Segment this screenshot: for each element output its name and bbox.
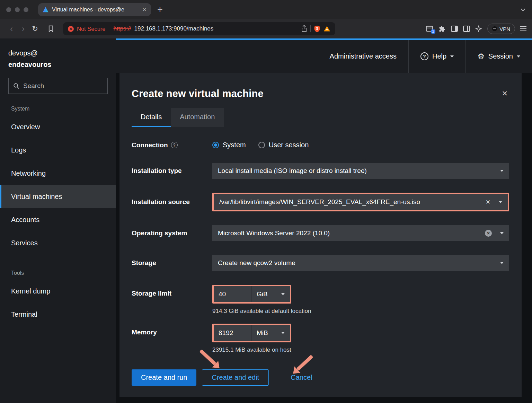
split-view-icon	[451, 26, 458, 32]
sidebar-item-virtual-machines[interactable]: Virtual machines	[0, 185, 116, 208]
sidebar-item-accounts[interactable]: Accounts	[0, 208, 116, 231]
main-content: Administrative access ? Help ⚙ Session C…	[116, 38, 532, 403]
back-button[interactable]: ‹	[6, 23, 17, 35]
installation-source-input[interactable]	[219, 198, 482, 206]
brave-rewards-button[interactable]	[323, 26, 330, 32]
storage-limit-row: Storage limit GiB	[132, 285, 515, 315]
sidebar-item-services[interactable]: Services	[0, 231, 116, 255]
tab-title: Virtual machines - devops@e	[52, 7, 139, 13]
dialog-header: Create new virtual machine ✕	[132, 88, 515, 99]
extensions-button[interactable]	[438, 25, 446, 33]
sidebar-item-terminal[interactable]: Terminal	[0, 303, 116, 326]
annotation-highlight-box: MiB	[212, 324, 291, 342]
storage-value: Create new qcow2 volume	[218, 259, 495, 267]
help-menu[interactable]: ? Help	[408, 40, 466, 73]
radio-user-session[interactable]: User session	[258, 141, 309, 149]
memory-row: Memory MiB	[132, 324, 515, 353]
split-view-button[interactable]	[451, 26, 458, 32]
admin-access-button[interactable]: Administrative access	[318, 40, 408, 73]
reload-button[interactable]: ↻	[29, 23, 41, 35]
browser-toolbar: ‹ › ↻ ✕ Not Secure https:// 192.168.1.17…	[0, 19, 532, 38]
installation-type-row: Installation type Local install media (I…	[132, 163, 515, 179]
storage-limit-label: Storage limit	[132, 285, 212, 297]
session-label: Session	[488, 52, 513, 60]
session-menu[interactable]: ⚙ Session	[466, 40, 532, 73]
user-name: devops@	[8, 47, 108, 59]
clear-selection-icon[interactable]: ✕	[485, 230, 492, 237]
radio-selected-icon	[212, 142, 219, 148]
annotation-highlight-box: ✕	[212, 193, 509, 211]
vpn-button[interactable]: VPN	[487, 24, 515, 34]
connection-help-icon[interactable]: ?	[171, 142, 178, 148]
address-bar[interactable]: ✕ Not Secure https:// 192.168.1.173:9090…	[63, 22, 335, 35]
storage-limit-input[interactable]	[214, 286, 251, 302]
create-and-edit-button[interactable]: Create and edit	[202, 369, 269, 386]
installation-type-select[interactable]: Local install media (ISO image or distro…	[212, 163, 509, 179]
chevron-down-icon	[281, 293, 285, 295]
memory-helper: 23915.1 MiB available on host	[212, 347, 509, 353]
chevron-down-icon	[500, 170, 504, 172]
installation-source-field[interactable]: ✕	[214, 194, 508, 210]
toolbar-right-icons: 1 VPN	[426, 24, 526, 34]
chevron-down-icon	[500, 262, 504, 264]
menu-button[interactable]	[520, 26, 526, 31]
memory-input[interactable]	[214, 325, 251, 341]
installation-type-value: Local install media (ISO image or distro…	[218, 167, 495, 175]
nav-section-label-system: System	[0, 102, 116, 115]
wallet-button[interactable]: 1	[426, 25, 433, 32]
sidebar-search[interactable]	[8, 78, 108, 94]
connection-label-group: Connection ?	[132, 141, 212, 149]
tab-automation[interactable]: Automation	[171, 108, 224, 127]
window-controls	[6, 7, 28, 12]
installation-source-label: Installation source	[132, 198, 212, 206]
operating-system-label: Operating system	[132, 229, 212, 237]
storage-limit-unit-value: GiB	[257, 290, 268, 298]
storage-select[interactable]: Create new qcow2 volume	[212, 255, 509, 271]
tab-close-icon[interactable]: ✕	[142, 7, 147, 12]
traffic-light-zoom[interactable]	[24, 7, 28, 12]
address-bar-divider	[310, 25, 311, 32]
dialog-actions: Create and run Create and edit Cancel	[132, 369, 515, 386]
memory-unit-select[interactable]: MiB	[251, 325, 290, 341]
url-scheme: https://	[114, 25, 131, 32]
leo-ai-button[interactable]	[475, 25, 482, 32]
sidebar-item-networking[interactable]: Networking	[0, 162, 116, 185]
traffic-light-minimize[interactable]	[15, 7, 20, 12]
traffic-light-close[interactable]	[6, 7, 11, 12]
sidebar: devops@ endeavouros System Overview Logs…	[0, 38, 116, 403]
question-circle-icon: ?	[420, 52, 428, 60]
clear-input-icon[interactable]: ✕	[486, 199, 490, 206]
browser-tab[interactable]: Virtual machines - devops@e ✕	[38, 3, 151, 16]
forward-button[interactable]: ›	[17, 23, 29, 35]
sidebar-item-logs[interactable]: Logs	[0, 139, 116, 162]
sidebar-toggle-button[interactable]	[463, 26, 470, 32]
not-secure-label: Not Secure	[77, 26, 106, 32]
bookmarks-button[interactable]	[45, 23, 57, 35]
storage-limit-helper: 914.3 GiB available at default location	[212, 308, 509, 315]
chevron-down-icon	[517, 55, 520, 58]
share-button[interactable]	[301, 25, 307, 33]
new-tab-button[interactable]: +	[157, 4, 163, 15]
tab-details[interactable]: Details	[132, 108, 171, 127]
brave-shields-button[interactable]	[314, 25, 320, 33]
wallet-badge: 1	[431, 29, 436, 34]
sidebar-item-overview[interactable]: Overview	[0, 115, 116, 139]
search-input[interactable]	[23, 82, 103, 90]
storage-limit-unit-select[interactable]: GiB	[251, 286, 290, 302]
sidebar-item-kernel-dump[interactable]: Kernel dump	[0, 280, 116, 303]
memory-unit-value: MiB	[257, 329, 268, 337]
operating-system-value: Microsoft Windows Server 2022 (10.0)	[218, 229, 481, 237]
hamburger-icon	[520, 26, 526, 27]
chevron-down-icon	[281, 332, 285, 334]
vpn-label: VPN	[499, 26, 510, 32]
operating-system-row: Operating system Microsoft Windows Serve…	[132, 225, 515, 241]
gear-icon: ⚙	[478, 52, 485, 61]
browser-tab-strip: Virtual machines - devops@e ✕ +	[0, 0, 532, 19]
cancel-button[interactable]: Cancel	[281, 369, 321, 386]
tab-search-button[interactable]	[520, 8, 526, 11]
installation-source-row: Installation source ✕	[132, 193, 515, 211]
create-and-run-button[interactable]: Create and run	[132, 369, 196, 386]
radio-system[interactable]: System	[212, 141, 246, 149]
operating-system-field[interactable]: Microsoft Windows Server 2022 (10.0) ✕	[212, 225, 509, 241]
dialog-close-button[interactable]: ✕	[502, 89, 508, 98]
